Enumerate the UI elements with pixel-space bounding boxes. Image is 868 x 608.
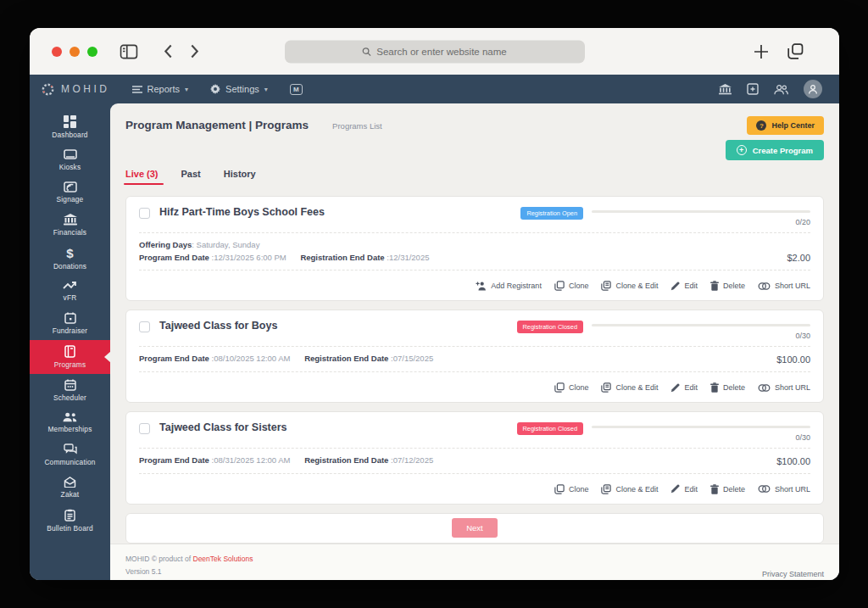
sidebar: Dashboard Kiosks Signage Financials $ Do… — [30, 103, 110, 580]
sidebar-item-bulletin-board[interactable]: Bulletin Board — [30, 504, 110, 538]
program-checkbox[interactable] — [139, 321, 150, 332]
settings-menu[interactable]: Settings ▾ — [210, 84, 268, 94]
program-card: Tajweed Class for Boys Registration Clos… — [125, 310, 824, 403]
program-price: $100.00 — [776, 354, 810, 365]
search-icon — [362, 47, 371, 56]
calendar-icon — [64, 312, 76, 324]
app-navbar: MOHID Reports ▾ Settings ▾ M — [30, 75, 839, 103]
registration-progress-bar — [592, 324, 810, 326]
add-card-icon[interactable] — [747, 83, 759, 95]
delete-action[interactable]: Delete — [710, 281, 745, 291]
edit-action[interactable]: Edit — [670, 484, 698, 494]
sidebar-item-donations[interactable]: $ Donations — [30, 242, 110, 276]
sidebar-item-dashboard[interactable]: Dashboard — [30, 110, 110, 144]
back-button[interactable] — [164, 44, 173, 59]
sidebar-item-vfr[interactable]: vFR — [30, 276, 110, 307]
masjid-app-icon[interactable]: M — [290, 84, 303, 95]
clone-action[interactable]: Clone — [554, 281, 589, 291]
clone-edit-action[interactable]: Clone & Edit — [601, 281, 658, 291]
mohid-logo[interactable]: MOHID — [41, 82, 110, 97]
program-end-date: Program End Date :08/10/2025 12:00 AM — [139, 354, 291, 363]
program-title: Tajweed Class for Boys — [159, 320, 277, 332]
new-tab-icon[interactable] — [754, 44, 769, 59]
sidebar-item-zakat[interactable]: Zakat — [30, 471, 110, 504]
sidebar-item-programs[interactable]: Programs — [30, 340, 110, 374]
traffic-lights — [52, 47, 97, 57]
users-icon[interactable] — [774, 84, 788, 95]
clone-action[interactable]: Clone — [554, 382, 589, 393]
registration-count: 0/20 — [592, 218, 810, 226]
zoom-window-button[interactable] — [87, 47, 97, 57]
registration-progress-bar — [592, 426, 810, 428]
link-icon — [758, 384, 771, 392]
scheduler-calendar-icon — [64, 379, 76, 391]
program-checkbox[interactable] — [139, 208, 150, 219]
trash-icon — [710, 281, 719, 291]
program-tabs: Live (3) Past History — [125, 169, 824, 185]
main-panel: Program Management | Programs Programs L… — [110, 103, 839, 580]
sidebar-item-communication[interactable]: Communication — [30, 438, 110, 471]
company-link[interactable]: DeenTek Solutions — [193, 555, 253, 563]
dashboard-icon — [64, 115, 76, 128]
kiosk-icon — [64, 149, 77, 160]
clone-action[interactable]: Clone — [554, 484, 589, 494]
sidebar-item-financials[interactable]: Financials — [30, 209, 110, 242]
tab-overview-icon[interactable] — [787, 43, 804, 59]
create-program-button[interactable]: + Create Program — [726, 140, 824, 160]
program-checkbox[interactable] — [139, 423, 150, 434]
organization-icon[interactable] — [719, 84, 732, 95]
sidebar-toggle-icon[interactable] — [120, 44, 138, 59]
forward-button[interactable] — [190, 44, 199, 59]
status-badge: Registration Closed — [517, 321, 584, 333]
person-plus-icon — [475, 282, 487, 291]
delete-action[interactable]: Delete — [710, 484, 745, 494]
help-center-button[interactable]: ? Help Center — [747, 116, 824, 135]
short-url-action[interactable]: Short URL — [758, 383, 810, 392]
short-url-action[interactable]: Short URL — [758, 282, 810, 290]
program-end-date: Program End Date :08/31/2025 12:00 AM — [139, 455, 291, 465]
tab-live[interactable]: Live (3) — [125, 169, 159, 185]
reports-menu[interactable]: Reports ▾ — [132, 84, 189, 94]
privacy-statement-link[interactable]: Privacy Statement — [762, 570, 824, 578]
reports-label: Reports — [147, 84, 181, 94]
brand-text: MOHID — [61, 83, 110, 95]
edit-action[interactable]: Edit — [670, 282, 698, 291]
program-title: Tajweed Class for Sisters — [159, 421, 287, 433]
copy-icon — [554, 484, 565, 494]
close-window-button[interactable] — [52, 47, 62, 57]
program-price: $2.00 — [787, 253, 810, 264]
sidebar-item-kiosks[interactable]: Kiosks — [30, 144, 110, 176]
add-registrant-action[interactable]: Add Registrant — [475, 282, 542, 291]
browser-window: Search or enter website name MOHI — [30, 28, 839, 580]
search-placeholder: Search or enter website name — [376, 47, 506, 57]
clone-edit-action[interactable]: Clone & Edit — [601, 484, 658, 494]
page-title: Program Management | Programs — [125, 119, 309, 131]
offering-days: Offering Days: Saturday, Sunday — [139, 239, 441, 252]
clone-edit-action[interactable]: Clone & Edit — [601, 382, 658, 393]
signage-icon — [64, 181, 77, 192]
trash-icon — [710, 382, 719, 393]
pencil-icon — [670, 383, 680, 393]
registration-count: 0/30 — [592, 433, 810, 442]
trend-chart-icon — [63, 281, 77, 291]
link-icon — [758, 282, 771, 290]
minimize-window-button[interactable] — [70, 47, 80, 57]
profile-avatar[interactable] — [804, 80, 822, 98]
registration-progress-bar — [592, 210, 810, 213]
sidebar-item-scheduler[interactable]: Scheduler — [30, 374, 110, 407]
next-page-button[interactable]: Next — [452, 518, 498, 538]
delete-action[interactable]: Delete — [710, 382, 745, 393]
sidebar-item-fundraiser[interactable]: Fundraiser — [30, 307, 110, 340]
edit-action[interactable]: Edit — [670, 383, 698, 393]
program-card: Hifz Part-Time Boys School Fees Registra… — [125, 196, 824, 301]
tab-past[interactable]: Past — [181, 169, 201, 185]
short-url-action[interactable]: Short URL — [758, 485, 810, 494]
trash-icon — [710, 484, 719, 494]
tab-history[interactable]: History — [224, 169, 256, 185]
copy-icon — [554, 382, 565, 393]
address-search-bar[interactable]: Search or enter website name — [285, 40, 585, 63]
sidebar-item-signage[interactable]: Signage — [30, 176, 110, 209]
sidebar-item-memberships[interactable]: Memberships — [30, 407, 110, 438]
registration-count: 0/30 — [592, 332, 810, 340]
question-icon: ? — [756, 120, 766, 131]
